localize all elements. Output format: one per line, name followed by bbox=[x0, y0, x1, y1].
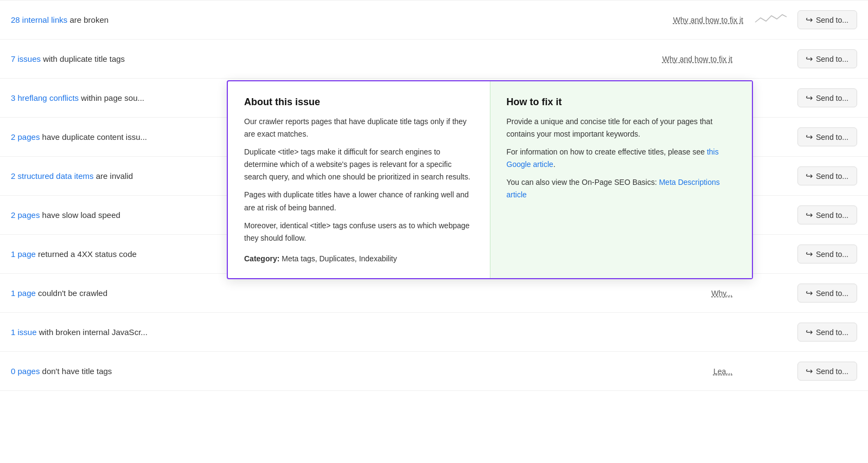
send-to-button[interactable]: ↪ Send to... bbox=[797, 323, 857, 342]
send-to-label: Send to... bbox=[816, 211, 848, 220]
fix-link[interactable]: Why... bbox=[711, 289, 732, 298]
popup-right-p3-text: You can also view the On-Page SEO Basics… bbox=[507, 178, 659, 187]
popup-right-p2-end: . bbox=[553, 160, 556, 169]
send-to-label: Send to... bbox=[816, 367, 848, 376]
issue-count-link[interactable]: 2 structured data items bbox=[11, 171, 94, 181]
popup-right-panel: How to fix it Provide a unique and conci… bbox=[490, 81, 752, 278]
row-inner: 1 page couldn't be crawled Why... ↪ Send… bbox=[11, 284, 857, 303]
issue-text: 1 page couldn't be crawled bbox=[11, 288, 705, 298]
send-arrow-icon: ↪ bbox=[806, 249, 813, 259]
row-inner: 0 pages don't have title tags Lea... ↪ S… bbox=[11, 362, 857, 381]
issue-count-link[interactable]: 2 pages bbox=[11, 210, 40, 220]
issue-count-link[interactable]: 1 page bbox=[11, 249, 36, 259]
send-arrow-icon: ↪ bbox=[806, 210, 813, 220]
fix-link[interactable]: Lea... bbox=[713, 367, 732, 376]
send-arrow-icon: ↪ bbox=[806, 366, 813, 376]
send-to-label: Send to... bbox=[816, 250, 848, 259]
issue-rest-text: returned a 4XX status code bbox=[36, 249, 137, 259]
send-arrow-icon: ↪ bbox=[806, 132, 813, 142]
page-wrapper: 28 internal links are broken Why and how… bbox=[0, 0, 868, 463]
send-arrow-icon: ↪ bbox=[806, 93, 813, 103]
popup-right-title: How to fix it bbox=[507, 97, 736, 108]
issue-row-no-title: 0 pages don't have title tags Lea... ↪ S… bbox=[0, 352, 868, 391]
send-to-button[interactable]: ↪ Send to... bbox=[797, 166, 857, 185]
issue-count-link[interactable]: 3 hreflang conflicts bbox=[11, 93, 79, 102]
popup-right-p2-text: For information on how to create effecti… bbox=[507, 147, 707, 156]
popup-overlay: About this issue Our crawler reports pag… bbox=[227, 80, 753, 279]
popup-right-body: Provide a unique and concise title for e… bbox=[507, 115, 736, 202]
issue-rest-text: have slow load speed bbox=[40, 210, 120, 220]
popup-left-panel: About this issue Our crawler reports pag… bbox=[228, 81, 490, 278]
issue-count-link[interactable]: 1 page bbox=[11, 288, 36, 298]
issue-row: 28 internal links are broken Why and how… bbox=[0, 0, 868, 40]
send-to-button[interactable]: ↪ Send to... bbox=[797, 362, 857, 381]
issue-rest-text: don't have title tags bbox=[40, 366, 112, 376]
send-to-button[interactable]: ↪ Send to... bbox=[797, 127, 857, 146]
issue-rest-text: with broken internal JavaScr... bbox=[37, 327, 148, 337]
popup-body-p3: Pages with duplicate titles have a lower… bbox=[244, 189, 474, 214]
popup-right-p2: For information on how to create effecti… bbox=[507, 146, 736, 171]
popup-category: Category: Meta tags, Duplicates, Indexab… bbox=[244, 254, 474, 263]
send-to-label: Send to... bbox=[816, 133, 848, 142]
popup-left-body: Our crawler reports pages that have dupl… bbox=[244, 115, 474, 245]
popup-right-p3: You can also view the On-Page SEO Basics… bbox=[507, 176, 736, 201]
send-arrow-icon: ↪ bbox=[806, 15, 813, 25]
issue-rest-text: within page sou... bbox=[79, 93, 144, 102]
issue-rest-text: have duplicate content issu... bbox=[40, 132, 147, 142]
issue-rest-text: couldn't be crawled bbox=[36, 288, 107, 298]
issue-text: 7 issues with duplicate title tags bbox=[11, 54, 656, 63]
popup-body-p2: Duplicate <title> tags make it difficult… bbox=[244, 146, 474, 183]
send-to-button[interactable]: ↪ Send to... bbox=[797, 205, 857, 224]
fix-link[interactable]: Why and how to fix it bbox=[662, 55, 732, 63]
issue-count-link[interactable]: 0 pages bbox=[11, 366, 40, 376]
issue-row-broken-js: 1 issue with broken internal JavaScr... … bbox=[0, 313, 868, 352]
issue-count-link[interactable]: 7 issues bbox=[11, 54, 41, 63]
popup-body-p1: Our crawler reports pages that have dupl… bbox=[244, 115, 474, 140]
issue-count-link[interactable]: 28 internal links bbox=[11, 15, 67, 24]
issue-text: 1 issue with broken internal JavaScr... bbox=[11, 327, 732, 337]
popup-right-p1: Provide a unique and concise title for e… bbox=[507, 115, 736, 140]
send-to-label: Send to... bbox=[816, 16, 848, 24]
issue-row-duplicate-titles: 7 issues with duplicate title tags Why a… bbox=[0, 40, 868, 79]
popup-left-title: About this issue bbox=[244, 97, 474, 108]
send-to-button[interactable]: ↪ Send to... bbox=[797, 245, 857, 263]
send-to-label: Send to... bbox=[816, 172, 848, 181]
issue-count-link[interactable]: 2 pages bbox=[11, 132, 40, 142]
send-arrow-icon: ↪ bbox=[806, 54, 813, 64]
send-arrow-icon: ↪ bbox=[806, 327, 813, 337]
row-inner: 1 issue with broken internal JavaScr... … bbox=[11, 323, 857, 342]
issue-rest-text: are broken bbox=[67, 15, 108, 24]
fix-link[interactable]: Why and how to fix it bbox=[673, 16, 743, 24]
trend-icon bbox=[754, 11, 787, 28]
category-label: Category: bbox=[244, 254, 279, 263]
send-to-button[interactable]: ↪ Send to... bbox=[797, 284, 857, 303]
send-to-label: Send to... bbox=[816, 55, 848, 63]
row-inner: 28 internal links are broken Why and how… bbox=[11, 10, 857, 29]
send-to-button[interactable]: ↪ Send to... bbox=[797, 10, 857, 29]
send-arrow-icon: ↪ bbox=[806, 288, 813, 298]
issue-text: 0 pages don't have title tags bbox=[11, 366, 707, 376]
send-to-button[interactable]: ↪ Send to... bbox=[797, 49, 857, 68]
popup-body-p4: Moreover, identical <title> tags confuse… bbox=[244, 220, 474, 245]
issue-row-crawl-fail: 1 page couldn't be crawled Why... ↪ Send… bbox=[0, 274, 868, 313]
send-to-label: Send to... bbox=[816, 328, 848, 337]
row-inner: 7 issues with duplicate title tags Why a… bbox=[11, 49, 857, 68]
issue-text: 28 internal links are broken bbox=[11, 15, 667, 24]
issue-count-link[interactable]: 1 issue bbox=[11, 327, 37, 337]
send-to-label: Send to... bbox=[816, 94, 848, 102]
send-to-label: Send to... bbox=[816, 289, 848, 298]
issue-rest-text: with duplicate title tags bbox=[41, 54, 125, 63]
issue-rest-text: are invalid bbox=[94, 171, 133, 181]
category-value: Meta tags, Duplicates, Indexability bbox=[279, 254, 397, 263]
send-arrow-icon: ↪ bbox=[806, 171, 813, 181]
send-to-button[interactable]: ↪ Send to... bbox=[797, 88, 857, 107]
